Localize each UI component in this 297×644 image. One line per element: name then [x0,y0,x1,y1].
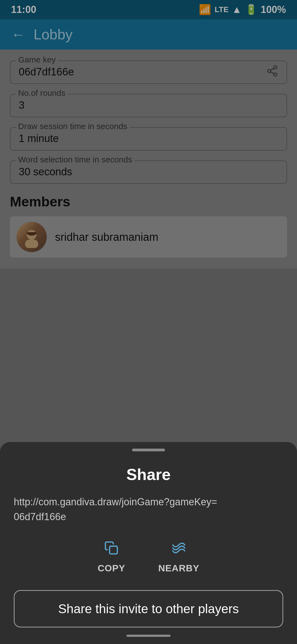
word-time-field: Word selection time in seconds 30 second… [10,160,287,184]
draw-time-label: Draw session time in seconds [16,122,130,131]
draw-time-value: 1 minute [19,131,59,144]
bottom-sheet: Share http://com.gandiva.draw/joinGame?g… [0,442,297,644]
sheet-url: http://com.gandiva.draw/joinGame?gameKey… [14,495,283,524]
rounds-label: No.of rounds [16,88,68,98]
svg-rect-8 [27,232,36,234]
nav-bar [0,627,297,644]
sheet-handle [132,449,165,451]
svg-line-4 [271,68,274,70]
game-key-value: 06d7df166e [19,64,74,78]
member-card: sridhar subramaniam [10,216,287,258]
svg-rect-9 [30,239,34,240]
word-time-value: 30 seconds [19,164,72,178]
back-button[interactable]: ← [11,26,25,43]
status-bar: 11:00 📶 LTE ▲ 🔋 100% [0,0,297,19]
rounds-value: 3 [19,98,24,111]
rounds-field: No.of rounds 3 [10,94,287,117]
battery-icon: 🔋 [245,4,257,15]
nearby-icon [172,541,186,558]
copy-icon [104,541,119,558]
draw-time-field: Draw session time in seconds 1 minute [10,127,287,151]
app-bar: ← Lobby [0,19,297,50]
share-button-text: Share this invite to other players [58,602,239,616]
signal-icon: ▲ [232,4,242,15]
status-icons: 📶 LTE ▲ 🔋 100% [199,4,286,15]
svg-line-3 [271,72,274,73]
app-bar-title: Lobby [34,26,73,43]
members-title: Members [10,194,287,210]
lte-icon: LTE [215,5,229,14]
members-section: Members sridhar subramaniam [10,194,287,258]
game-key-label: Game key [16,55,58,64]
copy-label: COPY [98,563,125,574]
game-key-field: Game key 06d7df166e [10,61,287,84]
nearby-action[interactable]: NEARBY [158,541,199,574]
battery-percent: 100% [261,4,286,15]
sheet-actions: COPY NEARBY [14,541,283,574]
word-time-label: Word selection time in seconds [16,155,134,164]
main-content: Game key 06d7df166e No.of rounds 3 Draw … [0,50,297,269]
avatar [16,222,47,252]
wifi-icon: 📶 [199,4,211,15]
svg-rect-10 [110,546,117,554]
sheet-title: Share [14,465,283,484]
copy-action[interactable]: COPY [98,541,125,574]
status-time: 11:00 [11,4,36,15]
nearby-label: NEARBY [158,563,199,574]
svg-rect-6 [25,240,38,248]
share-invite-button[interactable]: Share this invite to other players [14,590,283,627]
nav-indicator [127,635,170,637]
member-name: sridhar subramaniam [55,231,158,243]
share-icon[interactable] [266,65,278,80]
